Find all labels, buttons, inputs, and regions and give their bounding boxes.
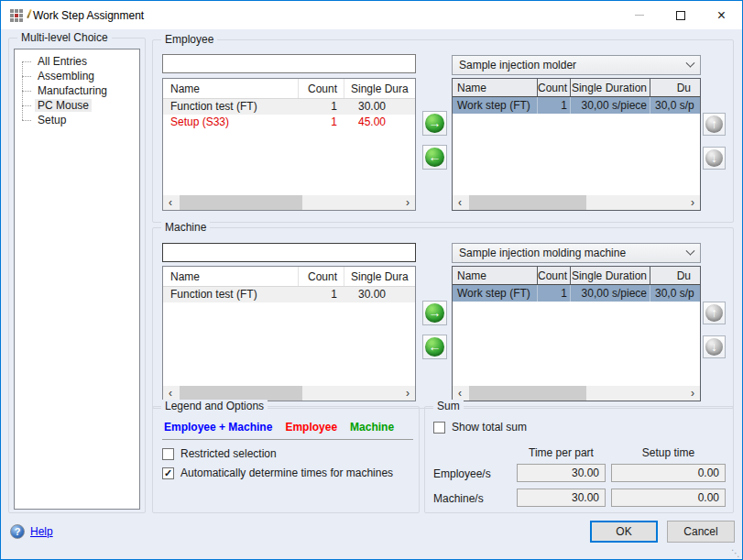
arrow-left-icon: ← [429, 337, 442, 357]
table-header[interactable]: Name Count Single Duration Du [453, 267, 700, 285]
close-button[interactable]: × [701, 1, 742, 29]
arrow-right-icon: → [429, 114, 442, 133]
tree-item-assembling[interactable]: Assembling [15, 69, 139, 83]
show-total-sum-checkbox[interactable]: Show total sum [433, 421, 527, 434]
employee-target-table: Name Count Single Duration Du Work step … [452, 78, 701, 211]
chevron-down-icon [686, 246, 695, 255]
legend: Employee + Machine Employee Machine [164, 421, 394, 434]
arrow-down-icon: ↓ [711, 337, 717, 357]
scroll-right-icon[interactable]: › [400, 386, 415, 401]
employee-move-down-button[interactable]: ↓ [703, 147, 726, 170]
machine-sum-label: Machine/s [433, 492, 484, 505]
tree-item-pc-mouse[interactable]: PC Mouse [15, 98, 139, 113]
resize-grip[interactable]: ⋱ [731, 548, 740, 558]
employee-move-up-button[interactable]: ↑ [703, 113, 726, 136]
machine-target-table: Name Count Single Duration Du Work step … [452, 266, 701, 401]
horizontal-scrollbar[interactable]: ‹ › [163, 386, 415, 401]
maximize-button[interactable] [660, 1, 701, 29]
machine-move-right-button[interactable]: → [422, 301, 447, 325]
machine-target-combo[interactable]: Sample injection molding machine [452, 243, 701, 263]
tree-item-setup[interactable]: Setup [15, 113, 139, 127]
scroll-left-icon[interactable]: ‹ [163, 386, 178, 401]
legend-machine: Machine [350, 421, 394, 434]
minimize-button [618, 1, 660, 29]
table-header[interactable]: Name Count Single Duration Du [453, 79, 700, 97]
scroll-left-icon[interactable]: ‹ [453, 195, 467, 210]
checkbox-label: Show total sum [452, 421, 527, 434]
multi-level-tree[interactable]: All Entries Assembling Manufacturing PC … [14, 49, 140, 510]
arrow-down-icon: ↓ [711, 148, 717, 168]
group-label: Sum [433, 400, 464, 412]
group-label: Multi-level Choice [17, 31, 112, 44]
legend-employee: Employee [285, 421, 337, 434]
multi-level-choice-group: Multi-level Choice All Entries Assemblin… [8, 38, 146, 513]
app-icon [10, 9, 25, 22]
scroll-right-icon[interactable]: › [685, 386, 700, 401]
table-row[interactable]: Function test (FT) 1 30.00 [163, 287, 415, 302]
tree-branch-lines [22, 61, 23, 120]
employee-move-left-button[interactable]: ← [422, 145, 447, 170]
employee-move-right-button[interactable]: → [422, 111, 447, 136]
combo-value: Sample injection molder [459, 59, 576, 71]
machine-time-per-part-field: 30.00 [517, 489, 606, 507]
employee-setup-time-field: 0.00 [611, 464, 726, 482]
horizontal-scrollbar[interactable]: ‹ › [453, 195, 700, 210]
machine-move-left-button[interactable]: ← [422, 335, 447, 359]
checkbox-label: Automatically determine times for machin… [180, 467, 393, 479]
table-row[interactable]: Function test (FT) 1 30.00 [163, 99, 415, 115]
tree-item-manufacturing[interactable]: Manufacturing [15, 83, 139, 98]
ok-button[interactable]: OK [590, 521, 658, 543]
table-row[interactable]: Work step (FT) 1 30,00 s/piece 30,0 s/p [453, 285, 700, 302]
employee-target-combo[interactable]: Sample injection molder [452, 55, 701, 75]
legend-divider [162, 439, 413, 440]
table-header[interactable]: Name Count Single Dura [163, 79, 415, 99]
checkbox-label: Restricted selection [180, 447, 277, 460]
pen-icon [27, 8, 32, 17]
machine-move-down-button[interactable]: ↓ [703, 335, 726, 358]
table-row[interactable]: Setup (S33) 1 45.00 [163, 115, 415, 130]
arrow-up-icon: ↑ [711, 115, 717, 134]
close-icon: × [717, 8, 726, 23]
chevron-down-icon [686, 58, 695, 67]
tree-item-all-entries[interactable]: All Entries [15, 54, 139, 69]
machine-source-table: Name Count Single Dura Function test (FT… [162, 266, 416, 401]
auto-determine-times-checkbox[interactable]: ✓ Automatically determine times for mach… [162, 467, 393, 479]
checkbox[interactable] [433, 422, 445, 434]
employee-source-table: Name Count Single Dura Function test (FT… [162, 78, 416, 211]
scroll-left-icon[interactable]: ‹ [163, 195, 178, 210]
horizontal-scrollbar[interactable]: ‹ › [163, 195, 415, 210]
horizontal-scrollbar[interactable]: ‹ › [453, 386, 700, 401]
employee-filter-input[interactable] [162, 54, 416, 73]
help-link[interactable]: Help [30, 525, 53, 538]
combo-value: Sample injection molding machine [459, 247, 626, 259]
group-label: Employee [161, 33, 217, 46]
scrollbar-thumb[interactable] [469, 195, 586, 210]
machine-move-up-button[interactable]: ↑ [703, 302, 726, 324]
window-title: Work Step Assignment [33, 9, 144, 22]
scroll-left-icon[interactable]: ‹ [453, 386, 467, 401]
table-header[interactable]: Name Count Single Dura [163, 267, 415, 287]
work-step-assignment-dialog: Work Step Assignment × Multi-level Choic… [0, 0, 743, 560]
table-row[interactable]: Work step (FT) 1 30,00 s/piece 30,0 s/p [453, 97, 700, 114]
group-label: Legend and Options [161, 400, 268, 412]
legend-employee-machine: Employee + Machine [164, 421, 272, 434]
cancel-button[interactable]: Cancel [667, 521, 735, 543]
maximize-icon [676, 11, 685, 20]
employee-sum-label: Employee/s [433, 467, 491, 480]
help-icon[interactable]: ? [10, 524, 25, 539]
scrollbar-thumb[interactable] [469, 386, 586, 401]
restricted-selection-checkbox[interactable]: Restricted selection [162, 447, 277, 460]
checkbox[interactable] [162, 448, 174, 460]
group-label: Machine [161, 221, 210, 234]
checkbox[interactable]: ✓ [162, 467, 174, 479]
title-bar: Work Step Assignment × [1, 1, 742, 29]
scrollbar-thumb[interactable] [180, 386, 302, 401]
scroll-right-icon[interactable]: › [685, 195, 700, 210]
scrollbar-thumb[interactable] [180, 195, 302, 210]
minimize-icon [635, 15, 644, 16]
arrow-up-icon: ↑ [711, 303, 717, 323]
machine-filter-input[interactable] [162, 243, 416, 262]
time-per-part-header: Time per part [517, 446, 606, 459]
scroll-right-icon[interactable]: › [400, 195, 415, 210]
arrow-left-icon: ← [429, 148, 442, 167]
